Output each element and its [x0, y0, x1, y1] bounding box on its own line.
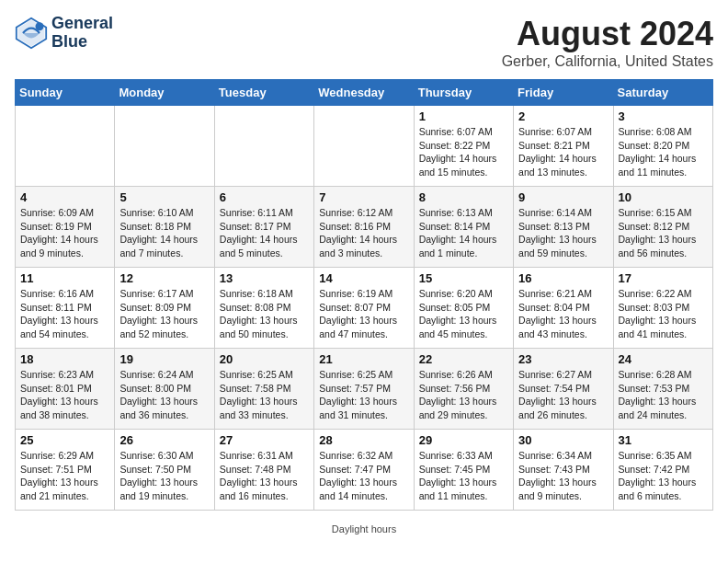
day-number: 29	[419, 433, 508, 447]
calendar-header-row: Sunday Monday Tuesday Wednesday Thursday…	[16, 80, 713, 106]
calendar-cell	[115, 106, 214, 187]
calendar-cell: 5Sunrise: 6:10 AM Sunset: 8:18 PM Daylig…	[115, 187, 214, 268]
day-info: Sunrise: 6:22 AM Sunset: 8:03 PM Dayligh…	[619, 287, 708, 341]
day-number: 6	[220, 190, 309, 204]
location-title: Gerber, California, United States	[502, 53, 713, 70]
logo: General Blue	[15, 15, 113, 52]
calendar-cell	[214, 106, 313, 187]
calendar-week-row: 4Sunrise: 6:09 AM Sunset: 8:19 PM Daylig…	[16, 187, 713, 268]
col-sunday: Sunday	[16, 80, 115, 106]
day-info: Sunrise: 6:35 AM Sunset: 7:42 PM Dayligh…	[619, 449, 708, 503]
day-number: 8	[419, 190, 508, 204]
day-number: 4	[20, 190, 109, 204]
day-info: Sunrise: 6:25 AM Sunset: 7:58 PM Dayligh…	[220, 368, 309, 422]
day-number: 22	[419, 352, 508, 366]
day-number: 17	[619, 271, 708, 285]
day-number: 21	[319, 352, 408, 366]
calendar-cell: 11Sunrise: 6:16 AM Sunset: 8:11 PM Dayli…	[16, 268, 115, 349]
day-info: Sunrise: 6:26 AM Sunset: 7:56 PM Dayligh…	[419, 368, 508, 422]
calendar-cell: 3Sunrise: 6:08 AM Sunset: 8:20 PM Daylig…	[613, 106, 712, 187]
footer: Daylight hours	[15, 516, 713, 534]
day-info: Sunrise: 6:19 AM Sunset: 8:07 PM Dayligh…	[319, 287, 408, 341]
day-number: 16	[518, 271, 608, 285]
calendar-cell: 22Sunrise: 6:26 AM Sunset: 7:56 PM Dayli…	[414, 349, 513, 430]
day-info: Sunrise: 6:30 AM Sunset: 7:50 PM Dayligh…	[119, 449, 209, 503]
day-info: Sunrise: 6:25 AM Sunset: 7:57 PM Dayligh…	[319, 368, 408, 422]
calendar-cell: 9Sunrise: 6:14 AM Sunset: 8:13 PM Daylig…	[514, 187, 613, 268]
day-number: 12	[119, 271, 209, 285]
logo-line2: Blue	[51, 33, 113, 52]
page-container: General Blue August 2024 Gerber, Califor…	[15, 15, 713, 534]
calendar-cell: 2Sunrise: 6:07 AM Sunset: 8:21 PM Daylig…	[514, 106, 613, 187]
day-number: 10	[619, 190, 708, 204]
day-number: 18	[20, 352, 109, 366]
day-info: Sunrise: 6:09 AM Sunset: 8:19 PM Dayligh…	[20, 206, 109, 260]
day-info: Sunrise: 6:18 AM Sunset: 8:08 PM Dayligh…	[220, 287, 309, 341]
day-info: Sunrise: 6:29 AM Sunset: 7:51 PM Dayligh…	[20, 449, 109, 503]
day-number: 25	[20, 433, 109, 447]
calendar-cell: 13Sunrise: 6:18 AM Sunset: 8:08 PM Dayli…	[214, 268, 313, 349]
day-info: Sunrise: 6:07 AM Sunset: 8:22 PM Dayligh…	[419, 125, 508, 179]
day-number: 3	[619, 109, 708, 123]
day-info: Sunrise: 6:33 AM Sunset: 7:45 PM Dayligh…	[419, 449, 508, 503]
calendar-cell: 23Sunrise: 6:27 AM Sunset: 7:54 PM Dayli…	[514, 349, 613, 430]
day-info: Sunrise: 6:11 AM Sunset: 8:17 PM Dayligh…	[220, 206, 309, 260]
calendar-cell: 16Sunrise: 6:21 AM Sunset: 8:04 PM Dayli…	[514, 268, 613, 349]
calendar-cell: 15Sunrise: 6:20 AM Sunset: 8:05 PM Dayli…	[414, 268, 513, 349]
svg-point-2	[36, 22, 44, 30]
calendar-cell: 20Sunrise: 6:25 AM Sunset: 7:58 PM Dayli…	[214, 349, 313, 430]
calendar-cell	[16, 106, 115, 187]
calendar-table: Sunday Monday Tuesday Wednesday Thursday…	[15, 79, 713, 511]
day-info: Sunrise: 6:10 AM Sunset: 8:18 PM Dayligh…	[119, 206, 209, 260]
calendar-cell: 4Sunrise: 6:09 AM Sunset: 8:19 PM Daylig…	[16, 187, 115, 268]
calendar-week-row: 1Sunrise: 6:07 AM Sunset: 8:22 PM Daylig…	[16, 106, 713, 187]
logo-text: General Blue	[51, 15, 113, 52]
day-info: Sunrise: 6:08 AM Sunset: 8:20 PM Dayligh…	[619, 125, 708, 179]
day-info: Sunrise: 6:14 AM Sunset: 8:13 PM Dayligh…	[518, 206, 608, 260]
day-info: Sunrise: 6:21 AM Sunset: 8:04 PM Dayligh…	[518, 287, 608, 341]
calendar-cell: 18Sunrise: 6:23 AM Sunset: 8:01 PM Dayli…	[16, 349, 115, 430]
calendar-cell: 27Sunrise: 6:31 AM Sunset: 7:48 PM Dayli…	[214, 430, 313, 511]
day-info: Sunrise: 6:31 AM Sunset: 7:48 PM Dayligh…	[220, 449, 309, 503]
day-info: Sunrise: 6:32 AM Sunset: 7:47 PM Dayligh…	[319, 449, 408, 503]
daylight-note: Daylight hours	[332, 523, 396, 534]
day-info: Sunrise: 6:17 AM Sunset: 8:09 PM Dayligh…	[119, 287, 209, 341]
day-number: 9	[518, 190, 608, 204]
calendar-cell: 1Sunrise: 6:07 AM Sunset: 8:22 PM Daylig…	[414, 106, 513, 187]
calendar-cell: 28Sunrise: 6:32 AM Sunset: 7:47 PM Dayli…	[314, 430, 414, 511]
calendar-cell: 24Sunrise: 6:28 AM Sunset: 7:53 PM Dayli…	[613, 349, 712, 430]
col-wednesday: Wednesday	[314, 80, 414, 106]
calendar-week-row: 18Sunrise: 6:23 AM Sunset: 8:01 PM Dayli…	[16, 349, 713, 430]
calendar-cell	[314, 106, 414, 187]
day-number: 26	[119, 433, 209, 447]
col-monday: Monday	[115, 80, 214, 106]
day-info: Sunrise: 6:20 AM Sunset: 8:05 PM Dayligh…	[419, 287, 508, 341]
calendar-cell: 19Sunrise: 6:24 AM Sunset: 8:00 PM Dayli…	[115, 349, 214, 430]
calendar-cell: 29Sunrise: 6:33 AM Sunset: 7:45 PM Dayli…	[414, 430, 513, 511]
calendar-cell: 30Sunrise: 6:34 AM Sunset: 7:43 PM Dayli…	[514, 430, 613, 511]
calendar-cell: 21Sunrise: 6:25 AM Sunset: 7:57 PM Dayli…	[314, 349, 414, 430]
day-number: 11	[20, 271, 109, 285]
month-title: August 2024	[502, 15, 713, 53]
calendar-week-row: 25Sunrise: 6:29 AM Sunset: 7:51 PM Dayli…	[16, 430, 713, 511]
day-number: 14	[319, 271, 408, 285]
day-info: Sunrise: 6:24 AM Sunset: 8:00 PM Dayligh…	[119, 368, 209, 422]
day-info: Sunrise: 6:34 AM Sunset: 7:43 PM Dayligh…	[518, 449, 608, 503]
day-number: 1	[419, 109, 508, 123]
header: General Blue August 2024 Gerber, Califor…	[15, 15, 713, 70]
calendar-cell: 10Sunrise: 6:15 AM Sunset: 8:12 PM Dayli…	[613, 187, 712, 268]
title-area: August 2024 Gerber, California, United S…	[502, 15, 713, 70]
day-number: 31	[619, 433, 708, 447]
calendar-cell: 6Sunrise: 6:11 AM Sunset: 8:17 PM Daylig…	[214, 187, 313, 268]
logo-icon	[15, 17, 48, 50]
day-info: Sunrise: 6:28 AM Sunset: 7:53 PM Dayligh…	[619, 368, 708, 422]
calendar-cell: 8Sunrise: 6:13 AM Sunset: 8:14 PM Daylig…	[414, 187, 513, 268]
day-number: 30	[518, 433, 608, 447]
calendar-cell: 31Sunrise: 6:35 AM Sunset: 7:42 PM Dayli…	[613, 430, 712, 511]
col-tuesday: Tuesday	[214, 80, 313, 106]
day-info: Sunrise: 6:07 AM Sunset: 8:21 PM Dayligh…	[518, 125, 608, 179]
calendar-cell: 26Sunrise: 6:30 AM Sunset: 7:50 PM Dayli…	[115, 430, 214, 511]
calendar-cell: 7Sunrise: 6:12 AM Sunset: 8:16 PM Daylig…	[314, 187, 414, 268]
calendar-cell: 17Sunrise: 6:22 AM Sunset: 8:03 PM Dayli…	[613, 268, 712, 349]
day-info: Sunrise: 6:13 AM Sunset: 8:14 PM Dayligh…	[419, 206, 508, 260]
